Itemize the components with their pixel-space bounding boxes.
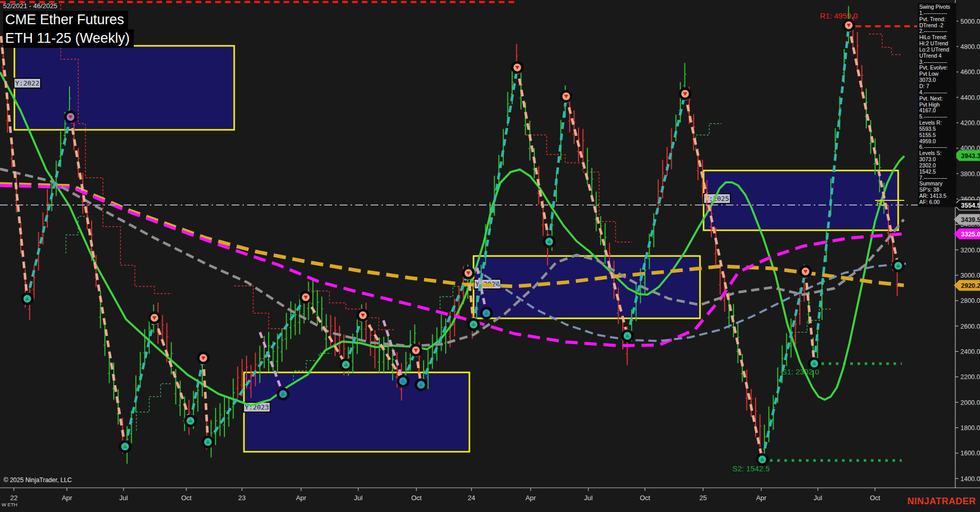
pivot-high-marker [411,345,421,355]
chart-subtitle: ETH 11-25 (Weekly) [3,29,134,48]
year-box: Y:2025 [704,170,898,230]
price-axis-label: 3200.0 [960,247,980,254]
pivot-high-marker [65,112,76,122]
panel-line: 4959.0 [919,139,956,145]
time-axis-label: 25 [699,494,707,502]
pivot-high-marker [198,353,208,363]
panel-line: Pvt. Evolve: [919,65,956,71]
panel-line: 5.------------- [919,114,956,120]
pivot-high-marker [149,313,160,323]
pivot-low-marker [544,236,554,247]
price-tag: 3439.5 [954,214,980,225]
pivot-high-marker [512,62,522,73]
svg-text:F0: F0 [877,200,884,208]
chart-window: Y:2022Y:2023Y:2024Y:2025R1: 4959.0S1: 23… [0,0,980,512]
time-axis-label: Apr [526,494,536,502]
price-axis-label: 1600.0 [960,450,980,457]
ninjatrader-logo: NINJATRADER [907,496,976,507]
pivot-low-marker [622,331,633,341]
price-axis-label: 2200.0 [960,373,980,381]
time-axis[interactable]: 22AprJulOct23AprJulOct24AprJulOct25AprJu… [10,488,881,502]
pivot-low-marker [120,441,130,452]
price-tag: 2920.2 [954,280,980,291]
pivot-low-marker [416,380,426,390]
price-axis-label: 2800.0 [960,297,980,304]
stop-step-line [136,384,172,431]
zigzag-leg-up [190,358,203,421]
pivot-low-marker [203,437,213,447]
price-axis-label: 1800.0 [960,424,980,432]
panel-line: 3073.0 [919,77,956,83]
instrument-label: W ETH [2,502,18,507]
panel-line: Pvt High [919,102,956,108]
pivot-low-marker [893,261,903,271]
price-axis-label: 4800.0 [960,43,980,50]
year-box-label: Y:2022 [14,78,41,88]
price-tag: 3325.0 [954,229,980,239]
zigzag-leg-up [27,117,71,299]
stop-step-line [696,124,722,149]
time-axis-label: Apr [62,494,73,502]
panel-line: Lo:2 UTrend [919,47,956,53]
pivot-low-marker [757,454,767,465]
price-tag: 3554.5 [954,200,980,210]
time-axis-label: Oct [181,494,192,502]
panel-line: 3.------------- [919,59,956,65]
panel-line: UTrend 4 [919,53,956,59]
panel-line: 5155.5 [919,132,956,139]
price-axis-label: 5000.0 [960,18,980,25]
time-axis-label: Jul [354,494,363,502]
pivot-low-marker [809,359,819,369]
pivot-low-marker [398,376,408,386]
time-axis-label: 23 [238,494,246,502]
pivot-low-marker [185,416,196,426]
price-chart[interactable]: Y:2022Y:2023Y:2024Y:2025R1: 4959.0S1: 23… [0,0,980,512]
year-box: Y:2022 [14,46,234,130]
svg-text:3554.5: 3554.5 [961,202,980,209]
panel-line: Swing Pivots [919,4,956,10]
panel-line: 4167.0 [919,108,956,114]
svg-text:R1: 4959.0: R1: 4959.0 [820,11,857,20]
zigzag-leg-up [125,318,154,447]
price-axis[interactable]: 5000.04800.04600.04400.04200.04000.03800… [955,18,980,483]
pivot-high-marker [561,91,571,101]
zigzag-leg-down [517,67,549,242]
time-axis-label: Jul [119,494,128,502]
panel-line: DTrend -2 [919,23,956,29]
panel-line: Levels R: [919,120,956,126]
title-block: 52/2021 - 46/2025 CME Ether Futures ETH … [3,2,134,48]
stop-step-line [869,34,901,55]
panel-line: 1.------------- [919,10,956,16]
panel-line: AR: 1413.5 [919,193,956,199]
time-axis-label: Jul [814,494,822,502]
pivot-low-marker [481,308,492,318]
date-range-label: 52/2021 - 46/2025 [3,2,134,10]
pivot-high-marker [463,268,474,278]
svg-text:3439.5: 3439.5 [961,216,980,224]
svg-text:3325.0: 3325.0 [961,231,980,238]
copyright-label: © 2025 NinjaTrader, LLC [4,476,72,484]
panel-line: 2.------------- [919,28,956,35]
swing-pivots-panel: Swing Pivots1.-------------Pvt. Trend:DT… [918,3,956,207]
price-axis-label: 4400.0 [960,94,980,101]
pivot-high-marker [844,20,854,30]
zigzag-leg-down [71,117,125,447]
price-axis-label: 2600.0 [960,323,980,330]
time-axis-label: 22 [10,494,18,502]
pivot-high-marker [301,292,311,302]
pivot-low-marker [341,360,351,370]
panel-line: Levels S: [919,150,956,157]
price-axis-label: 3000.0 [960,272,980,279]
panel-line: 5593.5 [919,126,956,132]
pivot-high-marker [358,310,368,320]
time-axis-label: Apr [296,494,307,502]
panel-line: Summary [919,181,956,187]
time-axis-label: Apr [756,494,767,502]
panel-line: 2302.0 [919,163,956,169]
price-axis-label: 4600.0 [960,69,980,76]
pivot-low-marker [278,389,288,399]
panel-line: 3073.0 [919,157,956,163]
chart-title: CME Ether Futures [3,11,128,29]
panel-line: D: 7 [919,83,956,90]
panel-line: Pvt Low [919,71,956,77]
